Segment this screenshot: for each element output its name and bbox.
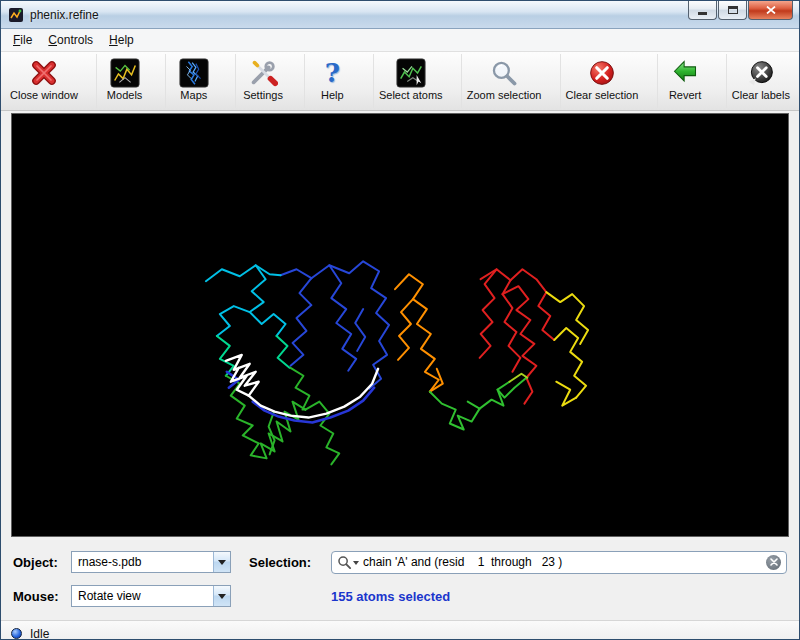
mouse-label: Mouse: (13, 589, 71, 604)
toolbar-label: Revert (669, 89, 701, 101)
toolbar-label: Help (321, 89, 344, 101)
app-icon (8, 7, 24, 23)
close-icon (766, 6, 776, 14)
zoom-selection-button[interactable]: Zoom selection (461, 54, 547, 108)
status-text: Idle (30, 627, 49, 640)
clear-selection-icon (586, 57, 618, 88)
clear-input-icon[interactable] (766, 555, 781, 570)
close-window-button[interactable]: Close window (5, 54, 83, 108)
select-atoms-icon (395, 57, 427, 88)
close-button[interactable] (748, 1, 793, 20)
close-window-icon (28, 57, 60, 88)
control-panel: Object: rnase-s.pdb Selection: (1, 541, 799, 620)
clear-labels-icon (745, 57, 777, 88)
mouse-mode-dropdown[interactable]: Rotate view (71, 585, 231, 607)
help-button[interactable]: ? Help (304, 54, 360, 108)
toolbar-label: Maps (180, 89, 207, 101)
mouse-row: Mouse: Rotate view 155 atoms selected (13, 584, 787, 608)
models-button[interactable]: Models (96, 54, 152, 108)
clear-selection-button[interactable]: Clear selection (560, 54, 644, 108)
maximize-button[interactable] (718, 1, 747, 20)
select-atoms-button[interactable]: Select atoms (373, 54, 448, 108)
revert-icon (669, 57, 701, 88)
chevron-down-icon (213, 586, 230, 606)
minimize-icon (698, 12, 707, 15)
window-controls (687, 1, 793, 20)
toolbar-label: Zoom selection (467, 89, 542, 101)
viewport-frame (1, 111, 799, 541)
toolbar-label: Close window (10, 89, 78, 101)
menu-file[interactable]: File (5, 30, 40, 50)
help-icon: ? (316, 57, 348, 88)
app-window: phenix.refine File Controls Help Close w… (0, 0, 800, 640)
selection-input[interactable] (359, 555, 766, 569)
status-bar: Idle (1, 620, 799, 640)
object-label: Object: (13, 555, 71, 570)
title-bar: phenix.refine (1, 1, 799, 29)
toolbar: Close window Models (1, 52, 799, 111)
chevron-down-icon (213, 552, 230, 572)
object-row: Object: rnase-s.pdb Selection: (13, 550, 787, 574)
settings-button[interactable]: Settings (235, 54, 291, 108)
maximize-icon (728, 6, 738, 14)
selection-search-box[interactable] (331, 551, 787, 574)
maps-button[interactable]: Maps (165, 54, 221, 108)
maps-icon (178, 57, 210, 88)
revert-button[interactable]: Revert (657, 54, 713, 108)
toolbar-label: Settings (243, 89, 283, 101)
menu-controls[interactable]: Controls (40, 30, 101, 50)
object-dropdown[interactable]: rnase-s.pdb (71, 551, 231, 573)
menu-help[interactable]: Help (101, 30, 142, 50)
mouse-mode-value: Rotate view (72, 589, 213, 603)
menu-bar: File Controls Help (1, 29, 799, 52)
atoms-selected-status: 155 atoms selected (331, 589, 450, 604)
molecule-render (12, 114, 788, 536)
minimize-button[interactable] (688, 1, 717, 20)
status-indicator-icon (11, 628, 22, 639)
clear-labels-button[interactable]: Clear labels (726, 54, 795, 108)
zoom-selection-icon (488, 57, 520, 88)
search-icon[interactable] (337, 555, 359, 570)
toolbar-label: Models (107, 89, 142, 101)
object-dropdown-value: rnase-s.pdb (72, 555, 213, 569)
toolbar-label: Clear selection (566, 89, 639, 101)
selection-label: Selection: (249, 555, 331, 570)
toolbar-label: Select atoms (379, 89, 443, 101)
window-title: phenix.refine (30, 8, 687, 22)
toolbar-label: Clear labels (732, 89, 790, 101)
settings-icon (247, 57, 279, 88)
models-icon (109, 57, 141, 88)
molecule-viewport[interactable] (11, 113, 789, 537)
